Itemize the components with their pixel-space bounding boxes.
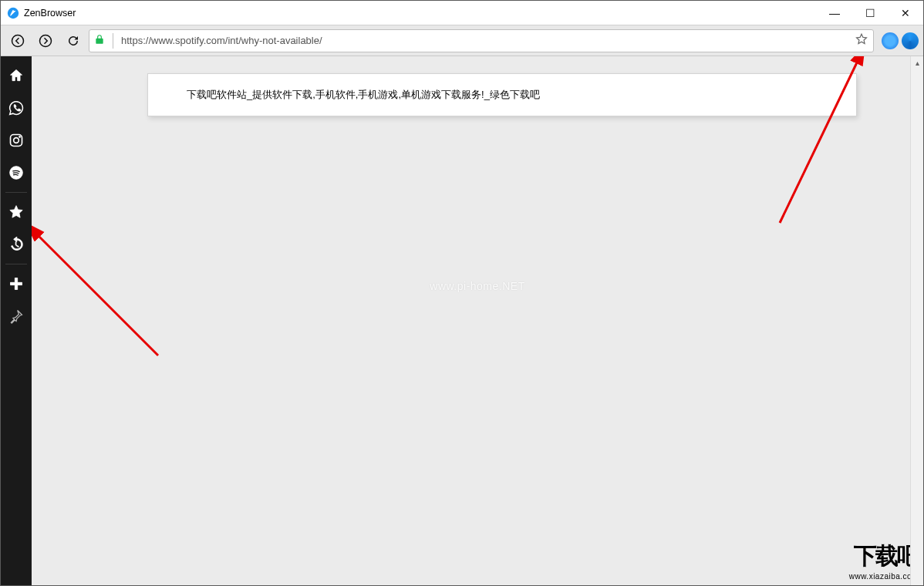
sidebar: [1, 56, 32, 585]
sidebar-history[interactable]: [1, 228, 32, 261]
close-icon: ✕: [901, 7, 910, 19]
vertical-scrollbar[interactable]: ▴: [910, 56, 923, 585]
separator: [113, 33, 113, 49]
body-area: 下载吧软件站_提供软件下载,手机软件,手机游戏,单机游戏下载服务!_绿色下载吧 …: [1, 56, 923, 585]
maximize-icon: ☐: [865, 7, 875, 19]
minimize-icon: —: [829, 7, 840, 19]
annotation-arrow-left: [32, 224, 166, 363]
close-button[interactable]: ✕: [888, 1, 923, 25]
svg-point-2: [40, 35, 52, 46]
url-input[interactable]: [121, 35, 850, 46]
sidebar-pin[interactable]: [1, 300, 32, 332]
sidebar-divider: [5, 192, 27, 193]
app-title: ZenBrowser: [24, 8, 76, 19]
sidebar-home[interactable]: [1, 59, 32, 92]
maximize-button[interactable]: ☐: [852, 1, 888, 25]
sidebar-instagram[interactable]: [1, 124, 32, 157]
sidebar-divider: [5, 264, 27, 264]
bookmark-star-icon[interactable]: [855, 32, 868, 49]
extension-2-icon[interactable]: [902, 32, 919, 49]
window-controls: — ☐ ✕: [817, 1, 923, 25]
watermark-brand: 下载吧: [849, 541, 919, 572]
svg-point-4: [14, 138, 19, 143]
sidebar-add[interactable]: [1, 268, 32, 300]
titlebar: ZenBrowser — ☐ ✕: [1, 1, 923, 25]
sidebar-spotify[interactable]: [1, 157, 32, 189]
toolbar-extensions: [877, 32, 919, 49]
address-bar[interactable]: [89, 29, 874, 52]
tooltip-text: 下载吧软件站_提供软件下载,手机软件,手机游戏,单机游戏下载服务!_绿色下载吧: [187, 89, 540, 100]
watermark-url: www.xiazaiba.com: [849, 572, 919, 581]
back-button[interactable]: [5, 29, 30, 53]
svg-point-1: [12, 35, 24, 46]
extension-1-icon[interactable]: [882, 32, 899, 49]
toolbar: [1, 25, 923, 56]
minimize-button[interactable]: —: [817, 1, 852, 25]
lock-icon: [94, 34, 105, 48]
scroll-up-icon[interactable]: ▴: [911, 56, 923, 69]
forward-button[interactable]: [33, 29, 58, 53]
sidebar-favorites[interactable]: [1, 196, 32, 228]
watermark-bottom-right: 下载吧 www.xiazaiba.com: [849, 541, 919, 581]
browser-window: ZenBrowser — ☐ ✕: [0, 0, 924, 586]
svg-line-8: [36, 234, 158, 355]
svg-point-5: [19, 136, 21, 137]
watermark-center: www.pi-home.NET: [430, 280, 524, 292]
page-tooltip: 下载吧软件站_提供软件下载,手机软件,手机游戏,单机游戏下载服务!_绿色下载吧: [147, 73, 857, 116]
reload-button[interactable]: [61, 29, 86, 53]
app-logo-icon: [7, 7, 19, 19]
sidebar-whatsapp[interactable]: [1, 92, 32, 124]
titlebar-left: ZenBrowser: [1, 7, 76, 19]
page-content: 下载吧软件站_提供软件下载,手机软件,手机游戏,单机游戏下载服务!_绿色下载吧 …: [32, 56, 923, 585]
